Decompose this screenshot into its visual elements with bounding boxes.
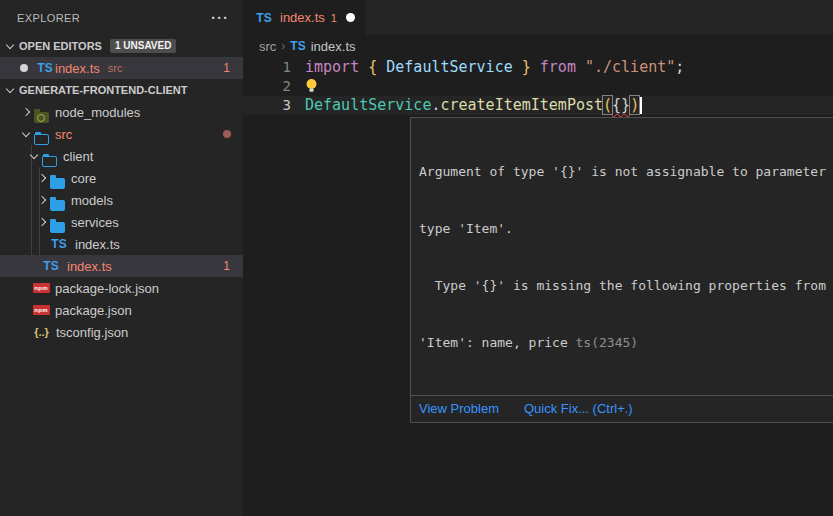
tab-error-count: 1 (331, 12, 337, 24)
tree-item-src-index-ts[interactable]: TS index.ts 1 (0, 255, 243, 277)
more-actions-icon[interactable]: ··· (211, 9, 229, 26)
code-line-1[interactable]: 1 import { DefaultService } from "./clie… (243, 58, 833, 77)
folder-open-icon (34, 134, 49, 145)
code-line-2[interactable]: 2 (243, 77, 833, 96)
open-editor-item-index-ts[interactable]: TS index.ts src 1 (0, 57, 243, 79)
npm-icon: npm (33, 305, 50, 315)
tree-item-client-index-ts[interactable]: TS index.ts (0, 233, 243, 255)
error-message-line: Type '{}' is missing the following prope… (419, 276, 833, 295)
npm-icon: npm (33, 283, 50, 293)
breadcrumb-folder[interactable]: src (259, 39, 276, 54)
folder-icon (50, 222, 65, 233)
tooltip-actions: View Problem Quick Fix... (Ctrl+.) (411, 395, 833, 422)
view-problem-link[interactable]: View Problem (419, 401, 499, 416)
tree-item-services[interactable]: services (0, 211, 243, 233)
tab-bar: TS index.ts 1 (243, 0, 833, 35)
explorer-sidebar: EXPLORER ··· OPEN EDITORS 1 UNSAVED TS i… (0, 0, 243, 516)
error-squiggle-target: {} (612, 96, 630, 114)
tree-item-label: index.ts (75, 237, 120, 252)
typescript-file-icon: TS (35, 61, 55, 75)
code-line-3[interactable]: 3 DefaultService.createItemItemPost({}) (243, 96, 833, 115)
chevron-down-icon (27, 149, 41, 163)
tree-item-tsconfig-json[interactable]: {..} tsconfig.json (0, 321, 243, 343)
file-tree: node_modules src client core (0, 101, 243, 343)
sidebar-title: EXPLORER (17, 12, 211, 24)
open-editors-section-header[interactable]: OPEN EDITORS 1 UNSAVED (0, 35, 243, 57)
open-editors-label: OPEN EDITORS (19, 40, 102, 52)
folder-icon (50, 200, 65, 211)
typescript-file-icon: TS (41, 259, 61, 273)
tree-item-models[interactable]: models (0, 189, 243, 211)
sidebar-header: EXPLORER ··· (0, 0, 243, 35)
chevron-right-icon (35, 171, 49, 185)
chevron-right-icon (19, 105, 33, 119)
code-text: import { DefaultService } from "./client… (305, 58, 684, 77)
line-number: 2 (243, 77, 298, 96)
tree-item-label: core (71, 171, 96, 186)
typescript-file-icon: TS (49, 237, 69, 251)
tree-item-label: client (63, 149, 93, 164)
chevron-down-icon (3, 39, 17, 53)
workspace-section-header[interactable]: GENERATE-FRONTEND-CLIENT (0, 79, 243, 101)
error-count-badge: 1 (223, 61, 230, 75)
tree-item-label: package.json (55, 303, 132, 318)
tree-item-label: node_modules (55, 105, 140, 120)
unsaved-dot-icon[interactable] (346, 13, 355, 22)
error-code: ts(2345) (576, 335, 639, 350)
breadcrumb-separator-icon: › (281, 39, 285, 53)
node-modules-folder-icon (34, 112, 49, 123)
tree-item-label: models (71, 193, 113, 208)
tree-item-label: tsconfig.json (56, 325, 128, 340)
unsaved-count-badge: 1 UNSAVED (110, 39, 177, 53)
typescript-file-icon: TS (290, 39, 305, 53)
breadcrumb-file[interactable]: index.ts (311, 39, 356, 54)
tree-item-label: src (55, 127, 72, 142)
lightbulb-icon[interactable] (305, 78, 318, 98)
code-text: DefaultService.createItemItemPost({}) (305, 96, 642, 115)
error-dot-badge (223, 130, 231, 138)
matched-bracket: ) (629, 95, 640, 115)
chevron-down-icon (19, 127, 33, 141)
line-number: 1 (243, 58, 298, 77)
json-braces-icon: {..} (33, 326, 50, 338)
modified-dot-icon (20, 64, 28, 72)
open-editor-path: src (108, 62, 123, 74)
quick-fix-link[interactable]: Quick Fix... (Ctrl+.) (524, 401, 633, 416)
workspace-name: GENERATE-FRONTEND-CLIENT (19, 84, 187, 96)
chevron-down-icon (3, 83, 17, 97)
typescript-file-icon: TS (254, 11, 274, 25)
tree-item-src[interactable]: src (0, 123, 243, 145)
line-number: 3 (243, 96, 298, 115)
error-message: Argument of type '{}' is not assignable … (411, 118, 833, 395)
tab-index-ts[interactable]: TS index.ts 1 (243, 0, 366, 35)
folder-open-icon (42, 156, 57, 167)
vscode-window: EXPLORER ··· OPEN EDITORS 1 UNSAVED TS i… (0, 0, 833, 516)
chevron-right-icon (35, 215, 49, 229)
tree-item-package-lock-json[interactable]: npm package-lock.json (0, 277, 243, 299)
text-cursor (640, 97, 642, 114)
tree-item-core[interactable]: core (0, 167, 243, 189)
error-message-line: type 'Item'. (419, 219, 833, 238)
chevron-right-icon (35, 193, 49, 207)
tree-item-label: services (71, 215, 119, 230)
error-hover-tooltip: Argument of type '{}' is not assignable … (410, 117, 833, 423)
tree-item-client[interactable]: client (0, 145, 243, 167)
tree-item-node-modules[interactable]: node_modules (0, 101, 243, 123)
error-count-badge: 1 (223, 259, 230, 273)
open-editor-filename: index.ts (55, 61, 100, 76)
tree-item-label: package-lock.json (55, 281, 159, 296)
error-message-line: Argument of type '{}' is not assignable … (419, 162, 833, 181)
code-text (305, 77, 318, 96)
breadcrumb: src › TS index.ts (243, 35, 833, 57)
tab-filename: index.ts (280, 10, 325, 25)
tree-item-package-json[interactable]: npm package.json (0, 299, 243, 321)
tree-item-label: index.ts (67, 259, 112, 274)
folder-icon (50, 178, 65, 189)
error-message-line: 'Item': name, price ts(2345) (419, 333, 833, 352)
